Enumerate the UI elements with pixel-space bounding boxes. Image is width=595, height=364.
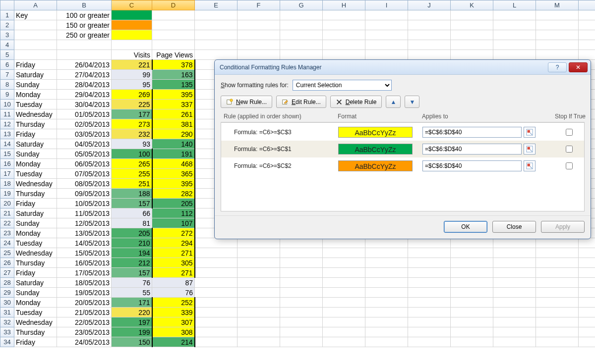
cell[interactable] xyxy=(14,20,57,30)
cell[interactable] xyxy=(365,317,408,327)
cell[interactable] xyxy=(323,258,365,268)
cell[interactable] xyxy=(195,337,238,347)
cell[interactable] xyxy=(195,30,238,40)
cell[interactable] xyxy=(365,298,408,308)
col-header-F[interactable]: F xyxy=(238,0,280,10)
row-header-25[interactable]: 25 xyxy=(0,248,14,258)
cell[interactable]: 171 xyxy=(112,298,152,308)
cell[interactable]: 337 xyxy=(152,100,195,109)
cell[interactable] xyxy=(280,317,323,327)
cell[interactable] xyxy=(195,258,238,268)
cell[interactable] xyxy=(536,268,579,278)
cell[interactable] xyxy=(323,337,365,347)
cell[interactable]: Friday xyxy=(14,60,57,70)
cell[interactable]: 23/05/2013 xyxy=(57,327,112,337)
cell[interactable] xyxy=(323,20,365,30)
col-header-J[interactable]: J xyxy=(408,0,451,10)
row-header-5[interactable]: 5 xyxy=(0,50,14,60)
cell[interactable] xyxy=(408,40,451,50)
cell[interactable]: Friday xyxy=(14,268,57,278)
cell[interactable]: Visits xyxy=(112,50,152,60)
cell[interactable]: 269 xyxy=(112,90,152,100)
cell[interactable]: Sunday xyxy=(14,80,57,90)
cell[interactable] xyxy=(195,288,238,298)
cell[interactable] xyxy=(408,258,451,268)
cell[interactable] xyxy=(195,278,238,288)
cell[interactable] xyxy=(195,238,238,248)
cell[interactable]: 20/05/2013 xyxy=(57,298,112,308)
cell[interactable] xyxy=(451,278,493,288)
cell[interactable]: 210 xyxy=(112,238,152,248)
cell[interactable]: 12/05/2013 xyxy=(57,218,112,228)
cell[interactable] xyxy=(408,337,451,347)
cell[interactable] xyxy=(280,258,323,268)
cell[interactable]: Saturday xyxy=(14,70,57,80)
row-header-19[interactable]: 19 xyxy=(0,189,14,199)
cell[interactable] xyxy=(238,317,280,327)
cell[interactable] xyxy=(238,278,280,288)
col-header-G[interactable]: G xyxy=(280,0,323,10)
stop-if-true-checkbox[interactable] xyxy=(566,146,573,153)
cell[interactable]: 150 or greater xyxy=(57,20,112,30)
cell[interactable] xyxy=(238,308,280,317)
cell[interactable]: 76 xyxy=(152,288,195,298)
move-down-button[interactable]: ▼ xyxy=(405,96,419,108)
cell[interactable] xyxy=(493,308,536,317)
cell[interactable] xyxy=(451,337,493,347)
cell[interactable] xyxy=(323,327,365,337)
cell[interactable] xyxy=(536,248,579,258)
apply-button[interactable]: Apply xyxy=(541,221,585,233)
cell[interactable] xyxy=(493,327,536,337)
cell[interactable]: Key xyxy=(14,10,57,20)
cell[interactable] xyxy=(238,327,280,337)
row-header-11[interactable]: 11 xyxy=(0,109,14,119)
cell[interactable] xyxy=(451,50,493,60)
cell[interactable]: 06/05/2013 xyxy=(57,159,112,169)
cell[interactable] xyxy=(579,288,595,298)
col-header-M[interactable]: M xyxy=(536,0,579,10)
cell[interactable] xyxy=(365,327,408,337)
cell[interactable]: 30/04/2013 xyxy=(57,100,112,109)
cell[interactable]: Wednesday xyxy=(14,317,57,327)
applies-to-input[interactable] xyxy=(422,127,522,138)
cell[interactable] xyxy=(408,317,451,327)
cell[interactable]: 205 xyxy=(112,228,152,238)
cell[interactable]: 205 xyxy=(152,199,195,208)
cell[interactable] xyxy=(238,30,280,40)
row-header-13[interactable]: 13 xyxy=(0,129,14,139)
cell[interactable] xyxy=(238,258,280,268)
col-header-A[interactable]: A xyxy=(14,0,57,10)
row-header-23[interactable]: 23 xyxy=(0,228,14,238)
cell[interactable]: Thursday xyxy=(14,119,57,129)
cell[interactable] xyxy=(280,248,323,258)
cell[interactable] xyxy=(195,298,238,308)
cell[interactable] xyxy=(536,258,579,268)
key-swatch[interactable] xyxy=(112,10,152,20)
row-header-17[interactable]: 17 xyxy=(0,169,14,179)
cell[interactable]: Monday xyxy=(14,298,57,308)
cell[interactable] xyxy=(195,308,238,317)
cell[interactable]: Saturday xyxy=(14,278,57,288)
cell[interactable] xyxy=(408,248,451,258)
cell[interactable] xyxy=(238,298,280,308)
cell[interactable] xyxy=(365,238,408,248)
cell[interactable] xyxy=(14,50,57,60)
cell[interactable] xyxy=(365,288,408,298)
cell[interactable]: 28/04/2013 xyxy=(57,80,112,90)
cell[interactable] xyxy=(493,258,536,268)
cell[interactable]: 365 xyxy=(152,169,195,179)
cell[interactable]: 305 xyxy=(152,258,195,268)
cell[interactable]: 271 xyxy=(152,268,195,278)
cell[interactable] xyxy=(57,40,112,50)
cell[interactable] xyxy=(238,238,280,248)
cell[interactable]: 135 xyxy=(152,80,195,90)
cell[interactable] xyxy=(579,298,595,308)
cell[interactable]: 157 xyxy=(112,199,152,208)
cell[interactable] xyxy=(536,317,579,327)
cell[interactable]: 378 xyxy=(152,60,195,70)
col-header-I[interactable]: I xyxy=(365,0,408,10)
cell[interactable] xyxy=(536,238,579,248)
cell[interactable] xyxy=(493,40,536,50)
cell[interactable] xyxy=(365,248,408,258)
ok-button[interactable]: OK xyxy=(444,221,487,233)
